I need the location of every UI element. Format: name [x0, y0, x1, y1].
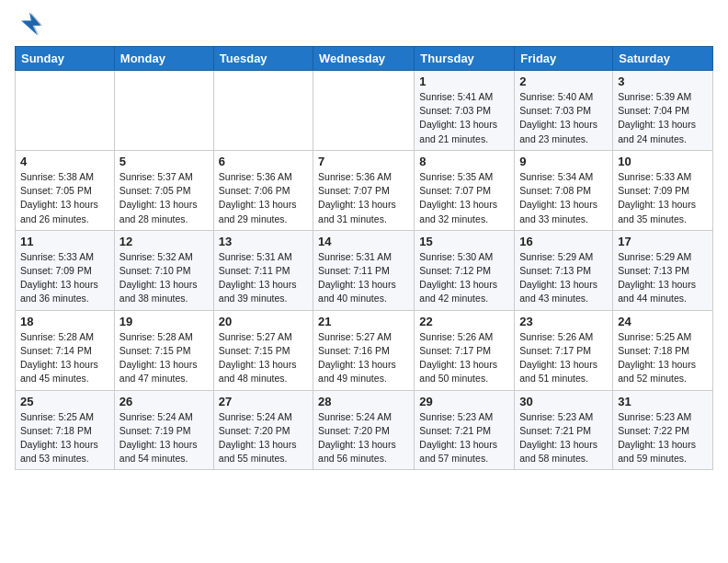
cell-content: Sunrise: 5:33 AMSunset: 7:09 PMDaylight:… — [20, 250, 109, 306]
cell-content-line: Daylight: 13 hours — [119, 199, 198, 210]
cell-content: Sunrise: 5:29 AMSunset: 7:13 PMDaylight:… — [519, 250, 608, 306]
logo-icon — [15, 9, 44, 39]
cell-content-line: Daylight: 13 hours — [219, 359, 297, 370]
cell-content-line: and 55 minutes. — [219, 453, 288, 464]
calendar-cell: 23Sunrise: 5:26 AMSunset: 7:17 PMDayligh… — [515, 310, 613, 390]
weekday-header-row: SundayMondayTuesdayWednesdayThursdayFrid… — [16, 47, 713, 71]
cell-content-line: Sunrise: 5:36 AM — [318, 171, 392, 182]
day-number: 30 — [519, 395, 608, 408]
calendar-table: SundayMondayTuesdayWednesdayThursdayFrid… — [15, 46, 713, 470]
cell-content-line: and 35 minutes. — [618, 213, 687, 224]
cell-content-line: Daylight: 13 hours — [20, 199, 98, 210]
cell-content-line: Sunrise: 5:38 AM — [20, 171, 94, 182]
cell-content-line: Sunrise: 5:39 AM — [618, 91, 691, 102]
cell-content-line: Sunrise: 5:29 AM — [519, 251, 593, 262]
cell-content-line: and 50 minutes. — [419, 373, 488, 384]
cell-content-line: Daylight: 13 hours — [20, 439, 98, 450]
calendar-cell: 14Sunrise: 5:31 AMSunset: 7:11 PMDayligh… — [313, 230, 415, 310]
cell-content-line: Sunset: 7:16 PM — [318, 345, 390, 356]
day-number: 20 — [219, 315, 308, 328]
day-number: 3 — [618, 75, 708, 88]
cell-content-line: and 42 minutes. — [419, 293, 488, 304]
cell-content: Sunrise: 5:27 AMSunset: 7:16 PMDaylight:… — [318, 330, 409, 386]
cell-content-line: Sunset: 7:03 PM — [419, 105, 491, 116]
calendar-cell — [114, 71, 213, 151]
cell-content-line: Sunset: 7:18 PM — [20, 425, 92, 436]
calendar-cell: 7Sunrise: 5:36 AMSunset: 7:07 PMDaylight… — [313, 150, 415, 230]
cell-content-line: Daylight: 13 hours — [318, 439, 396, 450]
cell-content-line: and 45 minutes. — [20, 373, 89, 384]
cell-content-line: and 48 minutes. — [219, 373, 288, 384]
cell-content: Sunrise: 5:26 AMSunset: 7:17 PMDaylight:… — [419, 330, 509, 386]
day-number: 26 — [119, 395, 209, 408]
cell-content: Sunrise: 5:37 AMSunset: 7:05 PMDaylight:… — [119, 170, 209, 226]
cell-content: Sunrise: 5:30 AMSunset: 7:12 PMDaylight:… — [419, 250, 509, 306]
cell-content-line: Daylight: 13 hours — [618, 279, 696, 290]
day-number: 28 — [318, 395, 409, 408]
calendar-cell — [313, 71, 415, 151]
cell-content-line: Sunrise: 5:32 AM — [119, 251, 193, 262]
calendar-cell: 30Sunrise: 5:23 AMSunset: 7:21 PMDayligh… — [515, 390, 613, 470]
cell-content-line: Sunrise: 5:35 AM — [419, 171, 493, 182]
day-number: 9 — [519, 155, 608, 168]
cell-content: Sunrise: 5:36 AMSunset: 7:07 PMDaylight:… — [318, 170, 409, 226]
weekday-header-monday: Monday — [114, 47, 213, 71]
cell-content-line: Daylight: 13 hours — [419, 439, 497, 450]
cell-content: Sunrise: 5:36 AMSunset: 7:06 PMDaylight:… — [219, 170, 308, 226]
calendar-week-row: 25Sunrise: 5:25 AMSunset: 7:18 PMDayligh… — [16, 390, 713, 470]
day-number: 21 — [318, 315, 409, 328]
cell-content-line: Sunrise: 5:31 AM — [219, 251, 292, 262]
cell-content-line: and 49 minutes. — [318, 373, 387, 384]
logo — [15, 9, 48, 39]
cell-content-line: Daylight: 13 hours — [20, 359, 98, 370]
cell-content-line: and 24 minutes. — [618, 133, 687, 144]
day-number: 13 — [219, 235, 308, 248]
cell-content-line: Sunrise: 5:23 AM — [618, 411, 691, 422]
weekday-header-thursday: Thursday — [415, 47, 515, 71]
cell-content-line: Daylight: 13 hours — [519, 199, 597, 210]
calendar-cell: 15Sunrise: 5:30 AMSunset: 7:12 PMDayligh… — [415, 230, 515, 310]
cell-content-line: and 57 minutes. — [419, 453, 488, 464]
cell-content-line: Sunset: 7:10 PM — [119, 265, 191, 276]
calendar-week-row: 1Sunrise: 5:41 AMSunset: 7:03 PMDaylight… — [16, 71, 713, 151]
calendar-cell: 3Sunrise: 5:39 AMSunset: 7:04 PMDaylight… — [613, 71, 713, 151]
calendar-cell: 24Sunrise: 5:25 AMSunset: 7:18 PMDayligh… — [613, 310, 713, 390]
cell-content-line: Sunset: 7:05 PM — [119, 185, 191, 196]
cell-content-line: Sunrise: 5:41 AM — [419, 91, 493, 102]
calendar-cell: 4Sunrise: 5:38 AMSunset: 7:05 PMDaylight… — [16, 150, 115, 230]
cell-content: Sunrise: 5:23 AMSunset: 7:22 PMDaylight:… — [618, 410, 708, 466]
day-number: 23 — [519, 315, 608, 328]
cell-content-line: Daylight: 13 hours — [618, 359, 696, 370]
cell-content-line: Daylight: 13 hours — [618, 439, 696, 450]
cell-content-line: Sunset: 7:05 PM — [20, 185, 92, 196]
day-number: 7 — [318, 155, 409, 168]
day-number: 18 — [20, 315, 109, 328]
weekday-header-sunday: Sunday — [16, 47, 115, 71]
cell-content: Sunrise: 5:32 AMSunset: 7:10 PMDaylight:… — [119, 250, 209, 306]
cell-content-line: Sunset: 7:20 PM — [219, 425, 290, 436]
cell-content-line: Sunset: 7:18 PM — [618, 345, 689, 356]
cell-content: Sunrise: 5:27 AMSunset: 7:15 PMDaylight:… — [219, 330, 308, 386]
weekday-header-saturday: Saturday — [613, 47, 713, 71]
cell-content: Sunrise: 5:25 AMSunset: 7:18 PMDaylight:… — [20, 410, 109, 466]
cell-content-line: Sunrise: 5:28 AM — [20, 331, 94, 342]
cell-content-line: Sunrise: 5:29 AM — [618, 251, 691, 262]
calendar-cell: 9Sunrise: 5:34 AMSunset: 7:08 PMDaylight… — [515, 150, 613, 230]
cell-content-line: Daylight: 13 hours — [219, 279, 297, 290]
cell-content-line: Sunset: 7:22 PM — [618, 425, 689, 436]
day-number: 31 — [618, 395, 708, 408]
calendar-cell: 18Sunrise: 5:28 AMSunset: 7:14 PMDayligh… — [16, 310, 115, 390]
day-number: 29 — [419, 395, 509, 408]
calendar-cell: 28Sunrise: 5:24 AMSunset: 7:20 PMDayligh… — [313, 390, 415, 470]
cell-content-line: and 38 minutes. — [119, 293, 188, 304]
cell-content-line: Sunrise: 5:30 AM — [419, 251, 493, 262]
cell-content: Sunrise: 5:39 AMSunset: 7:04 PMDaylight:… — [618, 90, 708, 146]
cell-content-line: Sunset: 7:21 PM — [419, 425, 491, 436]
cell-content-line: and 32 minutes. — [419, 213, 488, 224]
calendar-cell — [213, 71, 313, 151]
cell-content-line: and 58 minutes. — [519, 453, 588, 464]
cell-content-line: Sunset: 7:08 PM — [519, 185, 591, 196]
cell-content-line: Daylight: 13 hours — [419, 359, 497, 370]
cell-content-line: Daylight: 13 hours — [219, 439, 297, 450]
calendar-cell: 10Sunrise: 5:33 AMSunset: 7:09 PMDayligh… — [613, 150, 713, 230]
